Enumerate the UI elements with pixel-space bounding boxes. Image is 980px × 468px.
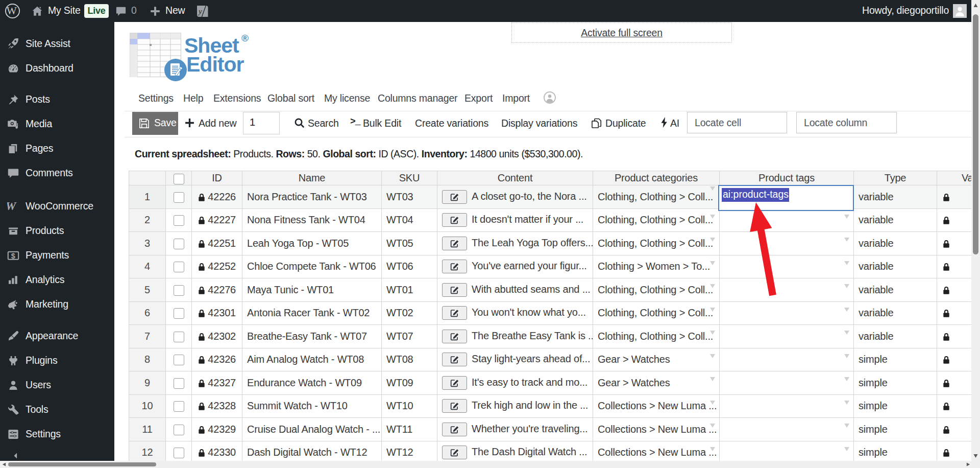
svg-text:W: W (7, 5, 17, 17)
svg-text:W: W (7, 200, 17, 213)
svg-text:$: $ (11, 252, 15, 260)
svg-text:y: y (198, 7, 202, 15)
